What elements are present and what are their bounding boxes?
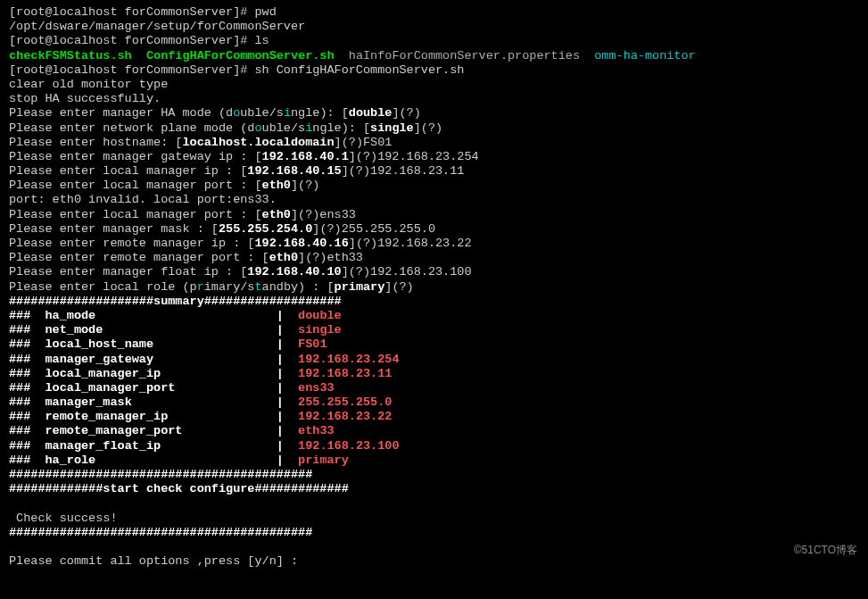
prompt-hostname: Please enter hostname: [localhost.locald… [9, 136, 859, 150]
prompt-remote-port: Please enter remote manager port : [eth0… [9, 251, 859, 265]
prompt-float-ip: Please enter manager float ip : [192.168… [9, 265, 859, 279]
shell-prompt: [root@localhost forCommonServer]# [9, 63, 254, 77]
summary-row: ### manager_gateway | 192.168.23.254 [9, 353, 859, 367]
blank [9, 496, 859, 511]
terminal[interactable]: [root@localhost forCommonServer]# pwd/op… [9, 5, 859, 569]
hash-line: ########################################… [9, 468, 859, 482]
summary-row: ### remote_manager_ip | 192.168.23.22 [9, 410, 859, 424]
prompt-mask: Please enter manager mask : [255.255.254… [9, 222, 859, 237]
blank-2 [9, 540, 859, 554]
ls-output: checkFSMStatus.sh ConfigHAForCommonServe… [9, 49, 859, 63]
prompt-net-mode: Please enter network plane mode (double/… [9, 121, 859, 136]
msg-clear: clear old monitor type [9, 78, 859, 92]
cmd-sh: [root@localhost forCommonServer]# sh Con… [9, 63, 859, 78]
msg-stop: stop HA successfully. [9, 92, 859, 106]
check-success: Check success! [9, 512, 859, 526]
msg-port-invalid: port: eth0 invalid. local port:ens33. [9, 193, 859, 207]
summary-header: ####################summary#############… [9, 295, 859, 309]
summary-row: ### ha_role | primary [9, 453, 859, 468]
summary-row: ### manager_mask | 255.255.255.0 [9, 395, 859, 410]
summary-row: ### net_mode | single [9, 323, 859, 337]
cmd-pwd: [root@localhost forCommonServer]# pwd [9, 5, 859, 20]
prompt-remote-ip: Please enter remote manager ip : [192.16… [9, 237, 859, 251]
summary-row: ### local_manager_ip | 192.168.23.11 [9, 367, 859, 381]
commit-prompt[interactable]: Please commit all options ,press [y/n] : [9, 554, 859, 569]
prompt-ha-mode: Please enter manager HA mode (double/sin… [9, 106, 859, 121]
prompt-local-port-2: Please enter local manager port : [eth0]… [9, 208, 859, 222]
start-check: #############start check configure######… [9, 482, 859, 496]
prompt-gateway: Please enter manager gateway ip : [192.1… [9, 150, 859, 164]
shell-prompt: [root@localhost forCommonServer]# [9, 5, 254, 19]
shell-prompt: [root@localhost forCommonServer]# [9, 34, 254, 47]
summary-row: ### remote_manager_port | eth33 [9, 424, 859, 438]
watermark: ©51CTO博客 [794, 544, 857, 556]
prompt-local-port: Please enter local manager port : [eth0]… [9, 179, 859, 193]
hash-line-2: ########################################… [9, 526, 859, 540]
summary-row: ### ha_mode | double [9, 309, 859, 323]
cmd-ls: [root@localhost forCommonServer]# ls [9, 34, 859, 48]
prompt-local-ip: Please enter local manager ip : [192.168… [9, 164, 859, 179]
summary-row: ### local_host_name | FS01 [9, 337, 859, 352]
prompt-role: Please enter local role (primary/standby… [9, 280, 859, 295]
pwd-output: /opt/dsware/manager/setup/forCommonServe… [9, 20, 859, 34]
summary-row: ### manager_float_ip | 192.168.23.100 [9, 439, 859, 453]
summary-row: ### local_manager_port | ens33 [9, 381, 859, 395]
